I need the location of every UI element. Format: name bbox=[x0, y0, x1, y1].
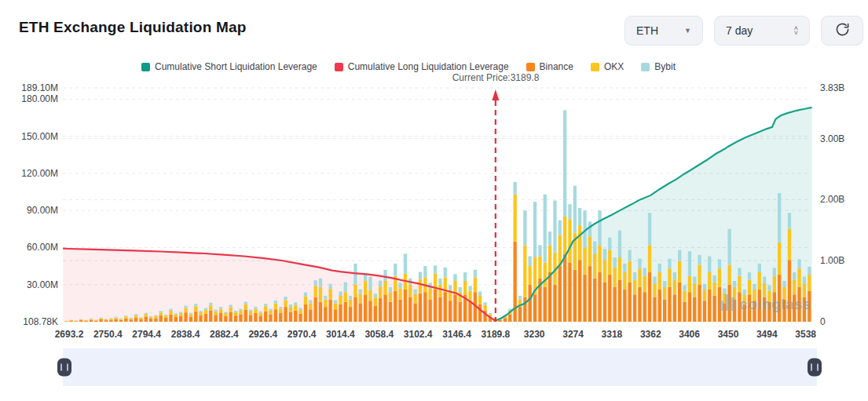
slider-handle-right[interactable] bbox=[808, 359, 822, 377]
svg-text:3102.4: 3102.4 bbox=[404, 329, 433, 340]
svg-text:2926.4: 2926.4 bbox=[248, 329, 277, 340]
x-axis: 2693.22750.42794.42838.42882.42926.42970… bbox=[55, 329, 817, 340]
svg-text:30.00M: 30.00M bbox=[27, 279, 58, 290]
svg-text:3146.4: 3146.4 bbox=[442, 329, 471, 340]
pause-icon bbox=[811, 364, 819, 371]
svg-text:3538: 3538 bbox=[795, 329, 816, 340]
svg-text:1.00B: 1.00B bbox=[820, 255, 844, 266]
svg-text:3274: 3274 bbox=[562, 329, 584, 340]
pause-icon bbox=[60, 364, 68, 371]
svg-text:3058.4: 3058.4 bbox=[364, 329, 394, 340]
svg-text:150.00M: 150.00M bbox=[21, 131, 58, 142]
slider-handle-left[interactable] bbox=[57, 359, 71, 377]
svg-text:2970.4: 2970.4 bbox=[288, 329, 317, 340]
svg-text:108.78K: 108.78K bbox=[23, 316, 58, 327]
svg-text:3406: 3406 bbox=[679, 329, 700, 340]
svg-text:2750.4: 2750.4 bbox=[93, 329, 123, 340]
right-axis: 3.83B3.00B2.00B1.00B0 bbox=[820, 82, 844, 327]
svg-text:3362: 3362 bbox=[640, 329, 661, 340]
svg-text:3.83B: 3.83B bbox=[820, 82, 844, 93]
svg-text:3230: 3230 bbox=[524, 329, 545, 340]
range-slider-track[interactable] bbox=[63, 348, 817, 386]
svg-text:180.00M: 180.00M bbox=[21, 93, 58, 104]
svg-text:3494: 3494 bbox=[756, 329, 778, 340]
svg-text:2882.4: 2882.4 bbox=[210, 329, 239, 340]
svg-text:2.00B: 2.00B bbox=[820, 194, 844, 205]
svg-text:2794.4: 2794.4 bbox=[132, 329, 161, 340]
svg-text:3450: 3450 bbox=[718, 329, 739, 340]
liquidation-chart[interactable]: 189.10M180.00M150.00M120.00M90.00M60.00M… bbox=[0, 0, 868, 347]
svg-text:0: 0 bbox=[820, 316, 826, 327]
svg-text:3318: 3318 bbox=[602, 329, 623, 340]
svg-text:3.00B: 3.00B bbox=[820, 133, 844, 144]
svg-text:60.00M: 60.00M bbox=[27, 242, 58, 253]
svg-text:2693.2: 2693.2 bbox=[55, 329, 84, 340]
svg-text:3014.4: 3014.4 bbox=[326, 329, 355, 340]
svg-text:189.10M: 189.10M bbox=[21, 82, 58, 93]
current-price-arrowhead bbox=[492, 89, 499, 100]
left-axis: 189.10M180.00M150.00M120.00M90.00M60.00M… bbox=[21, 82, 58, 327]
svg-text:3189.8: 3189.8 bbox=[482, 329, 511, 340]
liquidation-map-widget: ETH Exchange Liquidation Map ETH ▼ 7 day… bbox=[0, 0, 868, 401]
svg-text:2838.4: 2838.4 bbox=[171, 329, 200, 340]
svg-text:90.00M: 90.00M bbox=[27, 205, 58, 216]
svg-text:120.00M: 120.00M bbox=[21, 168, 58, 179]
